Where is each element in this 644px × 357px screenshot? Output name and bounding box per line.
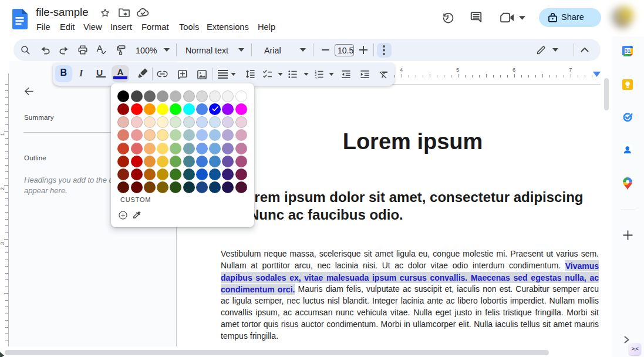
svg-text:3: 3: [315, 76, 317, 79]
